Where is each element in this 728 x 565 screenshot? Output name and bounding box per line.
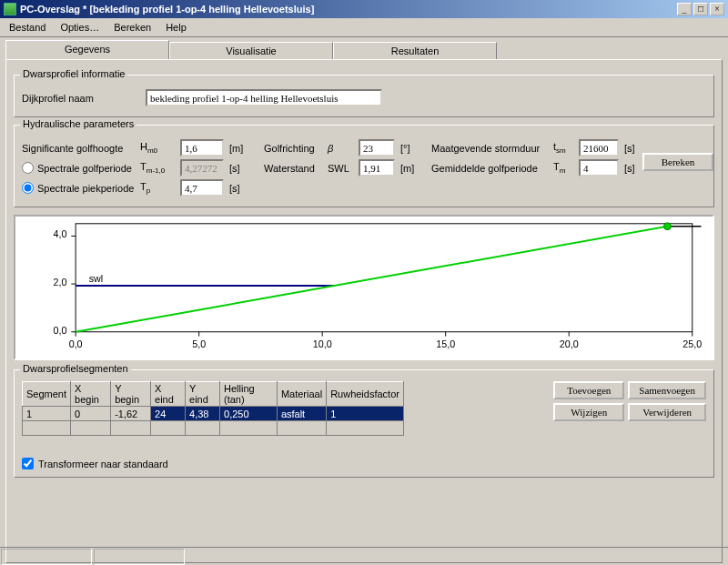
input-hm0[interactable]	[180, 139, 224, 156]
legend-dwarsprofiel-info: Dwarsprofiel informatie	[20, 68, 127, 79]
cell-yeind[interactable]: 4,38	[186, 407, 220, 421]
sym-tsm: tsm	[553, 141, 573, 155]
input-swl[interactable]	[359, 159, 395, 177]
radio-spectrale-piekperiode[interactable]: Spectrale piekperiode	[22, 182, 135, 194]
segments-table[interactable]: Segment X begin Y begin X eind Y eind He…	[22, 381, 404, 436]
sym-tp: Tp	[140, 181, 175, 195]
cell-xeind[interactable]: 24	[151, 407, 186, 421]
menu-bereken[interactable]: Bereken	[108, 20, 157, 35]
cell-helling[interactable]: 0,250	[220, 407, 278, 421]
hdr-materiaal[interactable]: Materiaal	[277, 382, 326, 407]
tab-strip: Gegevens Visualisatie Resultaten	[0, 37, 728, 59]
menu-opties[interactable]: Opties…	[55, 20, 105, 35]
menu-help[interactable]: Help	[160, 20, 192, 35]
tab-gegevens[interactable]: Gegevens	[5, 40, 169, 59]
label-gem-golfperiode: Gemiddelde golfperiode	[431, 163, 548, 174]
cell-segment[interactable]: 1	[23, 407, 71, 421]
label-waterstand: Waterstand	[264, 163, 322, 174]
input-tm10	[180, 159, 224, 177]
sym-beta: β	[328, 143, 353, 154]
unit-beta: [°]	[400, 143, 413, 154]
label-golfrichting: Golfrichting	[264, 143, 322, 154]
sym-swl: SWL	[328, 163, 353, 174]
xtick-3: 15,0	[436, 338, 455, 349]
tab-resultaten[interactable]: Resultaten	[333, 42, 497, 59]
label-spectrale-piekperiode: Spectrale piekperiode	[37, 183, 134, 194]
toevoegen-button[interactable]: Toevoegen	[553, 381, 624, 399]
samenvoegen-button[interactable]: Samenvoegen	[628, 381, 706, 399]
status-cell-2	[94, 549, 185, 565]
app-icon	[4, 3, 16, 15]
sym-tm: Tm	[553, 161, 573, 175]
cell-ruw[interactable]: 1	[327, 407, 404, 421]
cell-materiaal[interactable]: asfalt	[277, 407, 326, 421]
unit-tm10: [s]	[229, 163, 242, 174]
xtick-1: 5,0	[192, 338, 206, 349]
radio-spectrale-golfperiode-input[interactable]	[22, 162, 34, 174]
hdr-ybegin[interactable]: Y begin	[111, 382, 151, 407]
xtick-2: 10,0	[313, 338, 332, 349]
verwijderen-button[interactable]: Verwijderen	[628, 403, 706, 421]
maximize-button[interactable]: □	[693, 3, 708, 15]
label-sig-golfhoogte: Significante golfhoogte	[22, 143, 135, 154]
xtick-0: 0,0	[69, 338, 83, 349]
tab-visualisatie[interactable]: Visualisatie	[169, 42, 333, 59]
unit-tp: [s]	[229, 183, 242, 194]
input-tp[interactable]	[180, 179, 224, 197]
label-stormduur: Maatgevende stormduur	[431, 143, 548, 154]
menu-bestand[interactable]: Bestand	[4, 20, 51, 35]
legend-segments: Dwarsprofielsegmenten	[20, 363, 131, 374]
xtick-5: 25,0	[682, 338, 702, 349]
group-dwarsprofiel-info: Dwarsprofiel informatie Dijkprofiel naam	[14, 75, 714, 117]
hdr-xeind[interactable]: X eind	[151, 382, 186, 407]
hdr-ruwheidsfactor[interactable]: Ruwheidsfactor	[327, 382, 404, 407]
cell-xbegin[interactable]: 0	[71, 407, 111, 421]
wijzigen-button[interactable]: Wijzigen	[553, 403, 624, 421]
hdr-helling[interactable]: Helling (tan)	[220, 382, 278, 407]
hdr-yeind[interactable]: Y eind	[186, 382, 220, 407]
input-tm[interactable]	[579, 159, 619, 177]
ytick-0: 0,0	[53, 325, 66, 336]
table-row[interactable]: 1 0 -1,62 24 4,38 0,250 asfalt 1	[23, 407, 404, 421]
unit-swl: [m]	[400, 163, 413, 174]
radio-spectrale-piekperiode-input[interactable]	[22, 182, 34, 194]
segments-header-row: Segment X begin Y begin X eind Y eind He…	[23, 382, 404, 407]
menu-bar: Bestand Opties… Bereken Help	[0, 18, 728, 37]
input-dijkprofiel-naam[interactable]	[146, 89, 382, 106]
bereken-button[interactable]: Bereken	[642, 153, 713, 171]
profile-end-marker	[664, 223, 672, 230]
segments-buttons: Toevoegen Samenvoegen Wijzigen Verwijder…	[553, 381, 706, 421]
input-beta[interactable]	[359, 139, 395, 156]
title-bar: PC-Overslag * [bekleding profiel 1-op-4 …	[0, 0, 728, 18]
sym-hm0: Hm0	[140, 141, 175, 155]
tab-panel-gegevens: Dwarsprofiel informatie Dijkprofiel naam…	[5, 59, 723, 563]
radio-spectrale-golfperiode[interactable]: Spectrale golfperiode	[22, 162, 135, 174]
unit-hm0: [m]	[229, 143, 242, 154]
sym-tm10: Tm-1,0	[140, 161, 175, 175]
profile-chart-svg: 0,0 2,0 4,0 0,0 5,0 10,0 15,0 20,0 25,0 …	[15, 217, 713, 358]
ytick-2: 4,0	[53, 228, 66, 239]
group-hydraulische-parameters: Hydraulische parameters Significante gol…	[14, 125, 714, 207]
minimize-button[interactable]: _	[677, 3, 692, 15]
hdr-segment[interactable]: Segment	[23, 382, 71, 407]
legend-hydraulische: Hydraulische parameters	[20, 118, 136, 129]
table-row[interactable]	[23, 421, 404, 436]
label-spectrale-golfperiode: Spectrale golfperiode	[37, 163, 132, 174]
status-bar	[0, 547, 728, 565]
group-segments: Dwarsprofielsegmenten Segment X begin Y …	[14, 369, 714, 478]
status-cell-1	[1, 549, 92, 565]
cell-ybegin[interactable]: -1,62	[111, 407, 151, 421]
label-transformeer: Transformeer naar standaard	[38, 459, 168, 469]
checkbox-transformeer[interactable]	[22, 458, 34, 469]
unit-tm: [s]	[624, 163, 637, 174]
profile-chart: 0,0 2,0 4,0 0,0 5,0 10,0 15,0 20,0 25,0 …	[14, 215, 714, 360]
input-tsm[interactable]	[579, 139, 619, 156]
unit-tsm: [s]	[624, 143, 637, 154]
label-dijkprofiel-naam: Dijkprofiel naam	[22, 93, 140, 104]
window-title: PC-Overslag * [bekleding profiel 1-op-4 …	[20, 4, 314, 15]
xtick-4: 20,0	[560, 338, 579, 349]
swl-label: swl	[89, 273, 103, 284]
close-button[interactable]: ×	[710, 3, 724, 15]
ytick-1: 2,0	[53, 277, 66, 288]
hdr-xbegin[interactable]: X begin	[71, 382, 111, 407]
